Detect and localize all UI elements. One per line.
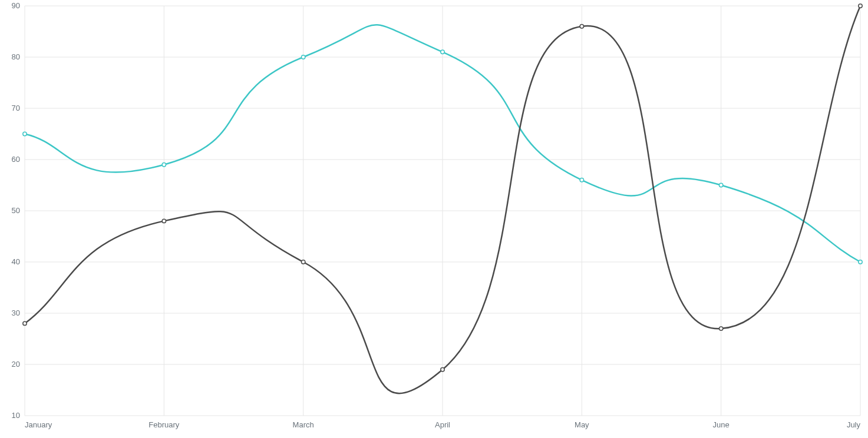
y-tick-label: 10 xyxy=(12,411,20,420)
chart-canvas: 102030405060708090JanuaryFebruaryMarchAp… xyxy=(0,0,868,438)
data-point-series1-4[interactable] xyxy=(580,25,583,28)
line-chart[interactable]: 102030405060708090JanuaryFebruaryMarchAp… xyxy=(0,0,868,438)
data-point-series0-2[interactable] xyxy=(301,55,305,59)
data-point-series0-1[interactable] xyxy=(162,163,166,167)
x-tick-label: March xyxy=(293,420,314,429)
data-point-series1-3[interactable] xyxy=(441,368,444,371)
x-tick-label: January xyxy=(25,420,52,429)
data-point-series1-1[interactable] xyxy=(162,219,166,223)
x-tick-label: July xyxy=(847,420,861,429)
y-tick-label: 80 xyxy=(12,52,20,61)
y-tick-label: 30 xyxy=(12,308,20,317)
data-point-series0-4[interactable] xyxy=(580,178,583,182)
data-point-series0-0[interactable] xyxy=(23,132,27,135)
y-tick-label: 20 xyxy=(12,360,20,369)
x-tick-label: May xyxy=(575,420,589,429)
data-point-series1-0[interactable] xyxy=(23,321,27,325)
x-tick-label: February xyxy=(148,420,180,429)
y-tick-label: 60 xyxy=(12,155,20,164)
y-tick-label: 90 xyxy=(12,1,20,10)
data-point-series1-5[interactable] xyxy=(719,327,722,330)
x-tick-label: June xyxy=(713,420,730,429)
data-point-series0-3[interactable] xyxy=(441,50,444,54)
data-point-series0-6[interactable] xyxy=(859,260,862,264)
data-point-series1-2[interactable] xyxy=(301,260,305,264)
data-point-series0-5[interactable] xyxy=(719,183,722,187)
y-tick-label: 40 xyxy=(12,257,20,266)
y-tick-label: 50 xyxy=(12,206,20,215)
data-point-series1-6[interactable] xyxy=(859,4,862,8)
x-tick-label: April xyxy=(435,420,450,429)
y-tick-label: 70 xyxy=(12,104,20,112)
